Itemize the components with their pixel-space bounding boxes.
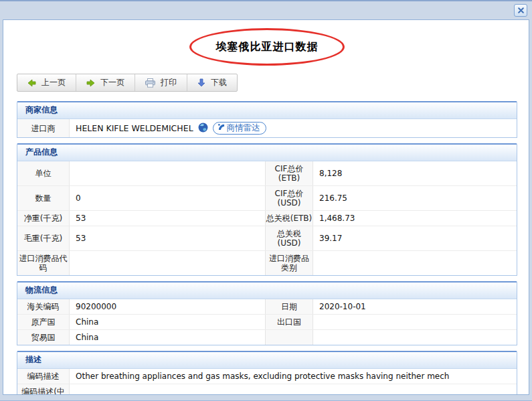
field-value: 0 — [70, 186, 265, 210]
field-label: 原产国 — [17, 315, 70, 329]
field-label: 编码描述 — [17, 369, 70, 384]
section-description: 描述 编码描述 Other breathing appliances and g… — [17, 351, 517, 395]
satellite-dish-icon — [217, 123, 225, 133]
popup-window: 埃塞俄比亚进口数据 上一页 下一页 — [0, 0, 532, 401]
table-row: 净重(千克) 53 总关税(ETB) 1,468.73 — [17, 210, 517, 226]
printer-icon — [145, 78, 155, 88]
field-label: 出口国 — [265, 315, 313, 329]
field-value: China — [70, 315, 265, 329]
field-label: 贸易国 — [17, 330, 70, 345]
field-label: 进口消费品类别 — [265, 251, 313, 275]
field-label: 净重(千克) — [17, 211, 70, 226]
close-icon — [518, 6, 524, 15]
print-label: 打印 — [161, 77, 177, 88]
importer-label: 进口商 — [17, 119, 70, 137]
field-value — [70, 384, 517, 395]
download-label: 下载 — [211, 77, 227, 88]
field-value — [313, 251, 517, 275]
close-button[interactable] — [514, 4, 527, 17]
download-button[interactable]: 下载 — [187, 74, 237, 91]
table-row: 毛重(千克) 53 总关税(USD) 39.17 — [17, 226, 517, 250]
field-value: 1,468.73 — [313, 211, 517, 226]
field-value — [313, 330, 517, 345]
field-value: 90200000 — [70, 299, 265, 314]
table-row: 单位 CIF总价(ETB) 8,128 — [17, 161, 517, 185]
arrow-down-icon — [197, 78, 205, 87]
radar-badge-label: 商情雷达 — [227, 123, 260, 133]
field-value: Other breathing appliances and gas masks… — [70, 369, 517, 384]
section-header: 商家信息 — [17, 102, 517, 119]
table-row: 进口消费品代码 进口消费品类别 — [17, 250, 517, 275]
next-page-label: 下一页 — [100, 77, 124, 88]
field-value — [70, 251, 265, 275]
prev-page-label: 上一页 — [41, 77, 66, 88]
field-value: 39.17 — [313, 226, 517, 250]
arrow-right-icon — [86, 79, 95, 87]
field-label: 编码描述(中文) — [17, 384, 70, 395]
table-row: 原产国 China 出口国 — [17, 314, 517, 329]
table-row: 贸易国 China — [17, 329, 517, 345]
field-label: 总关税(USD) — [265, 226, 313, 250]
field-value — [70, 161, 265, 185]
section-product-info: 产品信息 单位 CIF总价(ETB) 8,128 数量 0 CIF总价(USD)… — [17, 143, 517, 276]
field-label: 单位 — [17, 161, 70, 185]
title-area: 埃塞俄比亚进口数据 — [17, 28, 517, 66]
field-value: 53 — [70, 226, 265, 250]
prev-page-button[interactable]: 上一页 — [17, 74, 76, 91]
info-sections: 商家信息 进口商 HELEN KIFLE WELDEMICHEL — [17, 101, 517, 395]
window-titlebar — [0, 1, 532, 19]
importer-value-cell: HELEN KIFLE WELDEMICHEL — [70, 119, 517, 137]
field-label: 海关编码 — [17, 299, 70, 314]
table-row: 海关编码 90200000 日期 2020-10-01 — [17, 299, 517, 314]
field-label: CIF总价(ETB) — [265, 161, 313, 185]
dialog-content: 埃塞俄比亚进口数据 上一页 下一页 — [3, 19, 529, 395]
field-label: 进口消费品代码 — [17, 251, 70, 275]
paging-toolbar: 上一页 下一页 打印 — [17, 74, 238, 92]
red-circle-annotation: 埃塞俄比亚进口数据 — [189, 28, 345, 66]
section-header: 描述 — [17, 352, 517, 369]
table-row: 进口商 HELEN KIFLE WELDEMICHEL — [17, 119, 517, 137]
globe-icon[interactable] — [198, 123, 208, 135]
field-label: 日期 — [265, 299, 313, 314]
field-label: 毛重(千克) — [17, 226, 70, 250]
page-title: 埃塞俄比亚进口数据 — [216, 40, 319, 54]
field-value: 8,128 — [313, 161, 517, 185]
field-label: 总关税(ETB) — [265, 211, 313, 226]
section-header: 产品信息 — [17, 145, 517, 161]
section-logistics-info: 物流信息 海关编码 90200000 日期 2020-10-01 原产国 Chi… — [17, 281, 517, 345]
field-value: 53 — [70, 211, 265, 226]
field-label: CIF总价(USD) — [265, 186, 313, 210]
section-merchant-info: 商家信息 进口商 HELEN KIFLE WELDEMICHEL — [17, 101, 517, 138]
table-row: 编码描述(中文) — [17, 384, 517, 395]
field-label — [265, 330, 313, 345]
table-row: 编码描述 Other breathing appliances and gas … — [17, 369, 517, 384]
print-button[interactable]: 打印 — [135, 74, 187, 91]
field-value — [313, 315, 517, 329]
field-value: China — [70, 330, 265, 345]
table-row: 数量 0 CIF总价(USD) 216.75 — [17, 185, 517, 210]
arrow-left-icon — [27, 79, 36, 87]
next-page-button[interactable]: 下一页 — [76, 74, 135, 91]
importer-name: HELEN KIFLE WELDEMICHEL — [76, 124, 193, 133]
window-footer — [0, 395, 532, 400]
field-label: 数量 — [17, 186, 70, 210]
field-value: 2020-10-01 — [313, 299, 517, 314]
section-header: 物流信息 — [17, 283, 517, 299]
field-value: 216.75 — [313, 186, 517, 210]
business-radar-badge[interactable]: 商情雷达 — [213, 122, 266, 135]
